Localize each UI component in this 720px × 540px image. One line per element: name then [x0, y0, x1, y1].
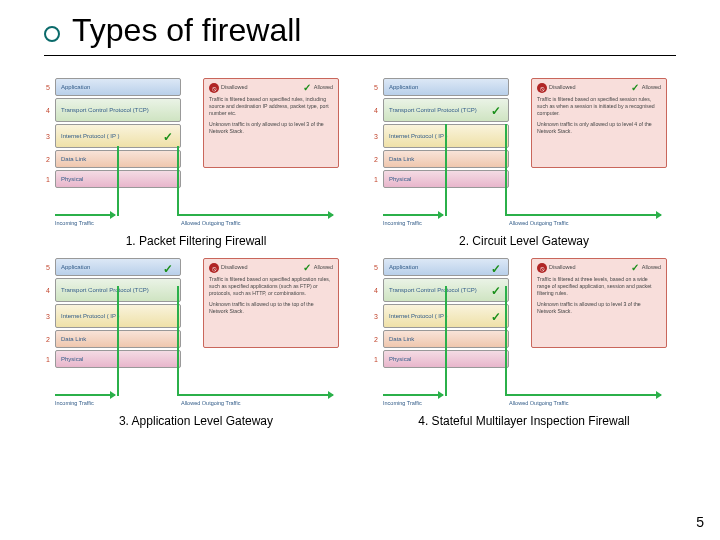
disallowed-icon: ⦸ — [537, 263, 547, 273]
outgoing-arrow-icon — [179, 214, 333, 216]
outgoing-arrow-icon — [507, 214, 661, 216]
callout-body-2: Unknown traffic is only allowed up to le… — [537, 121, 661, 135]
layer-label: Application — [384, 84, 418, 90]
layer-number: 1 — [374, 356, 378, 363]
layer-number: 4 — [46, 107, 50, 114]
layer-label: Application — [384, 264, 418, 270]
down-arrow-icon — [505, 286, 507, 396]
up-arrow-icon — [445, 124, 447, 216]
layer-number: 4 — [374, 107, 378, 114]
checkmark-icon: ✓ — [491, 262, 505, 276]
layer-number: 4 — [374, 287, 378, 294]
checkmark-icon: ✓ — [491, 284, 505, 298]
status-disallowed: ⦸ Disallowed — [537, 83, 576, 93]
layer-number: 1 — [374, 176, 378, 183]
disallowed-icon: ⦸ — [537, 83, 547, 93]
title-bullet-icon — [44, 26, 60, 42]
allowed-icon: ✓ — [302, 263, 312, 273]
up-arrow-icon — [445, 286, 447, 396]
layer-label: Application — [56, 84, 90, 90]
incoming-arrow-icon — [55, 214, 115, 216]
outgoing-arrow-icon — [179, 394, 333, 396]
incoming-traffic-label: Incoming Traffic — [55, 220, 94, 226]
incoming-traffic-label: Incoming Traffic — [383, 220, 422, 226]
callout-box: ⦸ Disallowed ✓ Allowed Traffic is filter… — [531, 258, 667, 348]
layer-number: 4 — [46, 287, 50, 294]
outgoing-traffic-label: Allowed Outgoing Traffic — [509, 400, 569, 406]
layer-number: 1 — [46, 176, 50, 183]
layer-label: Physical — [56, 176, 83, 182]
layer-number: 5 — [46, 84, 50, 91]
layer-label: Data Link — [384, 156, 414, 162]
callout-body-1: Traffic is filtered based on specified s… — [537, 96, 661, 117]
callout-body-1: Traffic is filtered based on specified r… — [209, 96, 333, 117]
allowed-icon: ✓ — [302, 83, 312, 93]
figure-2: 5 Application 4 Transport Control Protoc… — [372, 76, 676, 248]
incoming-arrow-icon — [55, 394, 115, 396]
layer-label: Application — [56, 264, 90, 270]
down-arrow-icon — [177, 146, 179, 216]
layer-number: 2 — [374, 336, 378, 343]
layer-label: Internet Protocol ( IP ) — [384, 133, 448, 139]
layer-label: Transport Control Protocol (TCP) — [56, 107, 149, 113]
figure-caption: 2. Circuit Level Gateway — [459, 234, 589, 248]
outgoing-traffic-label: Allowed Outgoing Traffic — [181, 400, 241, 406]
figure-caption: 4. Stateful Multilayer Inspection Firewa… — [418, 414, 629, 428]
checkmark-icon: ✓ — [491, 310, 505, 324]
figure-1: 5 Application 4 Transport Control Protoc… — [44, 76, 348, 248]
outgoing-traffic-label: Allowed Outgoing Traffic — [509, 220, 569, 226]
disallowed-icon: ⦸ — [209, 263, 219, 273]
layer-label: Internet Protocol ( IP ) — [56, 313, 120, 319]
checkmark-icon: ✓ — [491, 104, 505, 118]
up-arrow-icon — [117, 286, 119, 396]
figure-4: 5 Application 4 Transport Control Protoc… — [372, 256, 676, 428]
layer-l5: 5 Application — [383, 78, 509, 96]
layer-number: 3 — [374, 313, 378, 320]
layer-number: 3 — [374, 133, 378, 140]
checkmark-icon: ✓ — [163, 262, 177, 276]
layer-number: 3 — [46, 313, 50, 320]
callout-body-2: Unknown traffic is allowed up to the top… — [209, 301, 333, 315]
callout-box: ⦸ Disallowed ✓ Allowed Traffic is filter… — [203, 78, 339, 168]
layer-label: Physical — [384, 356, 411, 362]
disallowed-icon: ⦸ — [209, 83, 219, 93]
status-disallowed: ⦸ Disallowed — [209, 83, 248, 93]
status-allowed: ✓ Allowed — [630, 83, 661, 93]
page-title: Types of firewall — [44, 12, 676, 56]
incoming-arrow-icon — [383, 214, 443, 216]
diagram: 5 Application 4 Transport Control Protoc… — [51, 76, 341, 226]
layer-l5: 5 Application — [55, 78, 181, 96]
layer-label: Transport Control Protocol (TCP) — [384, 287, 477, 293]
status-disallowed: ⦸ Disallowed — [209, 263, 248, 273]
layer-label: Internet Protocol ( IP ) — [56, 133, 120, 139]
figure-grid: 5 Application 4 Transport Control Protoc… — [44, 76, 676, 428]
callout-body-1: Traffic is filtered at three levels, bas… — [537, 276, 661, 297]
figure-caption: 1. Packet Filtering Firewall — [126, 234, 267, 248]
status-allowed: ✓ Allowed — [302, 263, 333, 273]
status-allowed: ✓ Allowed — [630, 263, 661, 273]
status-disallowed: ⦸ Disallowed — [537, 263, 576, 273]
incoming-traffic-label: Incoming Traffic — [383, 400, 422, 406]
layer-number: 2 — [46, 336, 50, 343]
down-arrow-icon — [177, 286, 179, 396]
layer-number: 5 — [46, 264, 50, 271]
layer-label: Transport Control Protocol (TCP) — [384, 107, 477, 113]
callout-box: ⦸ Disallowed ✓ Allowed Traffic is filter… — [531, 78, 667, 168]
status-allowed: ✓ Allowed — [302, 83, 333, 93]
layer-label: Data Link — [56, 336, 86, 342]
layer-number: 3 — [46, 133, 50, 140]
allowed-icon: ✓ — [630, 83, 640, 93]
incoming-traffic-label: Incoming Traffic — [55, 400, 94, 406]
up-arrow-icon — [117, 146, 119, 216]
incoming-arrow-icon — [383, 394, 443, 396]
layer-number: 2 — [374, 156, 378, 163]
layer-number: 1 — [46, 356, 50, 363]
diagram: 5 Application 4 Transport Control Protoc… — [379, 76, 669, 226]
layer-number: 5 — [374, 84, 378, 91]
layer-label: Transport Control Protocol (TCP) — [56, 287, 149, 293]
callout-box: ⦸ Disallowed ✓ Allowed Traffic is filter… — [203, 258, 339, 348]
title-text: Types of firewall — [72, 12, 301, 49]
layer-label: Internet Protocol ( IP ) — [384, 313, 448, 319]
layer-label: Data Link — [56, 156, 86, 162]
layer-number: 2 — [46, 156, 50, 163]
